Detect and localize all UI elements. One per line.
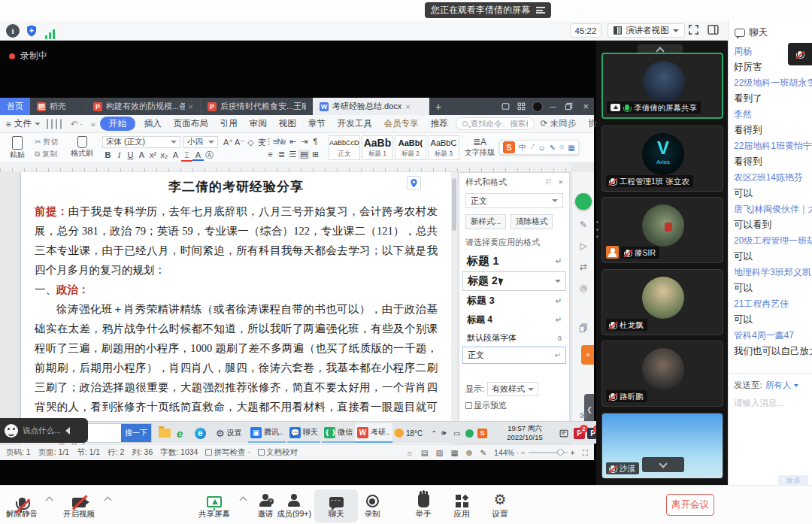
notification-center-icon[interactable] [556,423,571,443]
taskbar-edge[interactable]: e [192,423,208,443]
style-item-heading1[interactable]: 标题 1↵ [459,251,569,271]
style-item-heading4[interactable]: 标题 4↵ [459,310,569,329]
preview-icon[interactable] [60,119,62,129]
select-cursor-icon[interactable]: ▷ [577,240,589,252]
view-web-icon[interactable]: ▦ [451,448,459,457]
tab-close-icon[interactable]: × [189,102,193,111]
style-item-default-font[interactable]: 默认段落字体a [459,329,569,347]
tray-expand-icon[interactable]: ⌃ [429,423,439,443]
document-page[interactable]: 李二倩的考研经验分享 前提：由于我是专科学历，去年七月底辞职，八月三号开始复习，… [21,172,451,444]
pen-icon[interactable]: ✎ [577,219,589,231]
zoom-slider[interactable] [529,452,568,453]
tab-close-icon[interactable]: × [405,102,410,111]
taskbar-tencent-meeting[interactable]: ▣腾讯.. [248,423,286,443]
apps-button[interactable]: 应用 [440,489,483,519]
video-tile-sky[interactable]: 沙漠 [601,413,723,479]
taskbar-wechat[interactable]: ❪❫微信 [322,423,355,443]
styles-display-select[interactable]: 显示: 有效样式 [465,382,538,396]
security-shield-icon[interactable] [25,24,38,38]
view-normal-icon[interactable]: ▤ [421,448,429,457]
cut-button[interactable]: ✂ 剪切 [35,137,58,147]
font-enlarge-shrink-icons[interactable]: A⁺A⁻◇变 [223,137,268,148]
menu-item-member[interactable]: 会员专享 [378,118,425,129]
print-icon[interactable] [56,119,57,129]
copy-button[interactable]: ⧉ 复制 [35,149,57,159]
video-tile-sharer[interactable]: 李倩倩的屏幕共享 [601,53,723,119]
send-button[interactable]: 发送 [778,475,808,485]
start-video-button[interactable]: 开启视频 [57,489,101,519]
leave-meeting-button[interactable]: 离开会议 [666,494,714,516]
style-item-heading2[interactable]: 标题 2 [462,271,566,291]
mail-icon[interactable]: ✉ [577,410,589,422]
style-heading2[interactable]: AaBb(标题 2 [395,135,426,160]
settings-button[interactable]: ⚙ 设置 [478,489,522,519]
menu-item-start[interactable]: 开始 [100,117,135,131]
style-item-heading3[interactable]: 标题 3↵ [459,291,569,310]
align-icons[interactable]: ≡≣☰▤⊞ [265,150,321,159]
menu-item-pagelayout[interactable]: 页面布局 [168,118,214,129]
status-wordcount[interactable]: 字数: 1034 [160,447,198,458]
wps-assistant-ball-icon[interactable] [575,193,592,210]
taskbar-settings[interactable]: ⚙设置 [214,423,244,443]
clear-format-button[interactable]: 清除格式 [511,214,553,229]
format-painter-button[interactable]: 格式刷 [69,136,95,159]
file-menu[interactable]: ≡ 文件 [0,118,47,129]
send-to-select[interactable]: 发送至: 所有人 [734,380,807,391]
collapse-left-icon[interactable] [65,427,70,435]
mini-video-window[interactable] [788,43,812,65]
edit-mode-icon[interactable]: ✎ [480,448,486,457]
tab-pdf-2[interactable]: P后疫情时代粮食安...王晓辉.pdf [200,98,313,115]
chat-message-list[interactable]: 周杨好厉害 22级地科一班胡永雪看到了 李然看得到 22届地科1班黄怡宁看得到 … [729,42,812,371]
minimize-button[interactable]: ─ [546,98,561,115]
view-outline-icon[interactable]: ▥ [436,448,444,457]
chat-input[interactable]: 请输入消息... [734,398,807,488]
proofread-toggle[interactable]: 文档校对 [258,447,298,458]
new-style-button[interactable]: 新样式... [465,214,506,229]
export-icon[interactable] [51,119,53,129]
record-button[interactable]: 录制 [350,489,394,519]
volume-icon[interactable]: 🕪 [439,423,448,443]
sync-status[interactable]: ⟳ 未同步 [535,118,582,129]
pin-panel-icon[interactable]: ⚐ [545,177,553,187]
style-heading1[interactable]: AaBb标题 1 [362,135,393,160]
taskbar-wps[interactable]: W考研.. [355,423,392,443]
spellcheck-toggle[interactable]: 拼写检查 · [205,447,250,458]
tile-collapse-button[interactable] [642,457,684,472]
font-format-icons[interactable]: BIUAx²x₂A⌶AⒶ [102,150,215,162]
save-icon[interactable] [47,119,48,129]
network-signal-icon[interactable] [45,26,59,39]
zoom-in-button[interactable]: + [571,448,575,457]
menu-item-reference[interactable]: 引用 [214,118,244,129]
members-button[interactable]: 成员(99+) [272,489,316,519]
taskbar-chat-app[interactable]: 💬聊天 [287,423,320,443]
paste-button[interactable]: 粘贴 [6,136,29,160]
menu-item-section[interactable]: 章节 [302,118,332,129]
new-tab-button[interactable]: + [429,98,447,115]
subtitle-overlay[interactable]: 说点什么... [0,418,88,443]
tab-list-icon[interactable] [498,98,514,115]
style-heading3[interactable]: AaBbC标题 3 [428,135,459,160]
menu-item-recommend[interactable]: 推荐 [425,118,454,129]
zoom-level[interactable]: 144% · [494,448,519,457]
text-layout-button[interactable]: ≣A 文字排版 [463,137,496,158]
video-tile[interactable]: 路昕鹏 [601,341,723,407]
tab-doc-active[interactable]: W考研经验总结.docx× [313,98,429,115]
video-options-chevron[interactable] [105,497,112,504]
tab-docer[interactable]: 稻稻壳 [30,98,86,115]
fit-page-icon[interactable]: ⛶ [583,448,588,458]
subtitle-placeholder[interactable]: 说点什么... [23,426,61,436]
fullscreen-icon[interactable] [687,23,701,37]
unmute-button[interactable]: 解除静音 [0,489,44,519]
list-indent-icons[interactable]: ⋮≡№⇤⇥¶ [265,137,321,147]
video-tile[interactable]: VAries 工程管理1班 张立农 [601,126,723,192]
banner-menu-icon[interactable] [536,7,545,14]
close-panel-icon[interactable]: × [559,177,563,187]
layout-toggle-icon[interactable] [707,23,720,37]
style-normal[interactable]: AaBbCcDd正文 [329,135,360,160]
sogou-tray-icon[interactable]: S [475,423,489,443]
doc-scrollbar[interactable] [451,172,457,444]
taskbar-ie[interactable]: e [174,423,185,443]
tab-grid-icon[interactable] [514,98,529,115]
night-mode-icon[interactable]: ☼ [406,448,414,457]
style-item-body[interactable]: 正文↵ [462,347,566,364]
